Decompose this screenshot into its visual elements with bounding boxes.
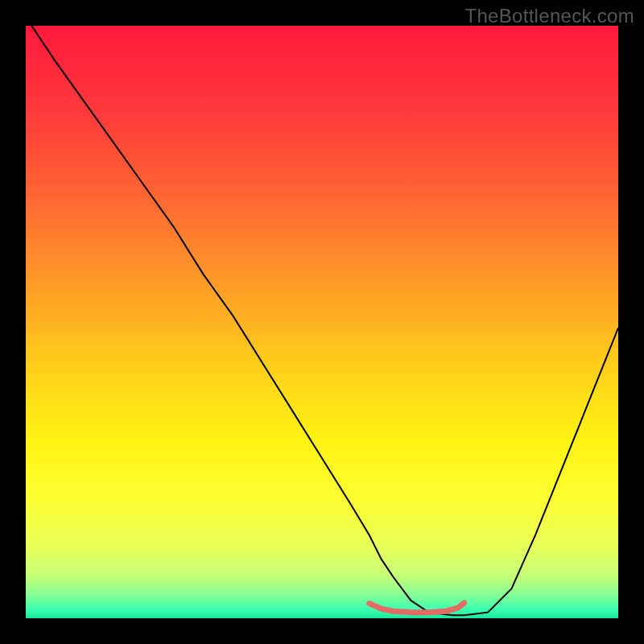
chart-frame [26,26,618,618]
chart-background [26,26,618,618]
watermark-text: TheBottleneck.com [464,5,634,27]
chart-svg [26,26,618,618]
